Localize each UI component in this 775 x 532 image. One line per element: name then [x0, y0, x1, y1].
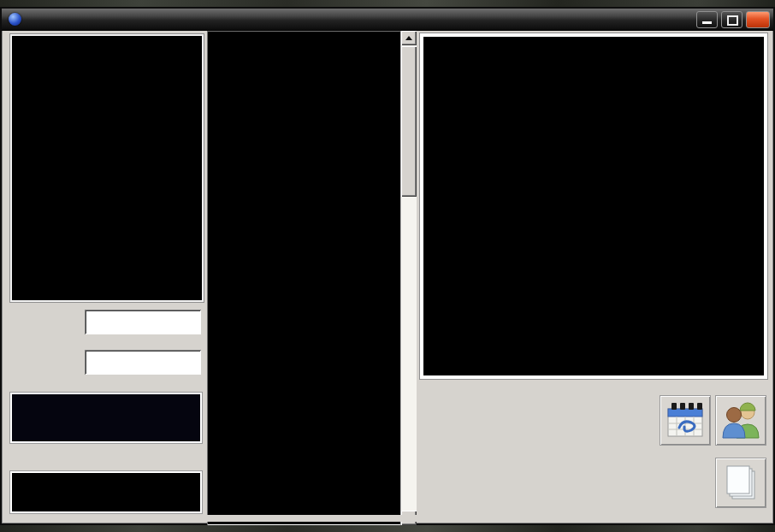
calendar-button[interactable]: [660, 395, 711, 446]
window-controls: [696, 11, 770, 28]
minute-hand: [589, 50, 598, 206]
close-button[interactable]: [746, 11, 770, 28]
registered-time-panel: [10, 471, 202, 513]
desktop-bottom-strip: [0, 525, 775, 532]
clave-input[interactable]: [85, 350, 201, 375]
clock-card: [419, 33, 768, 380]
codigo-input[interactable]: [85, 310, 201, 334]
pages-icon: [722, 464, 760, 502]
minimize-button[interactable]: [696, 11, 718, 28]
log-list: [210, 34, 399, 522]
checador-window: [0, 7, 775, 525]
maximize-icon: [727, 15, 738, 26]
users-icon: [721, 402, 760, 440]
users-button[interactable]: [715, 395, 766, 446]
status-message-box: [10, 34, 204, 302]
scrollbar-thumb[interactable]: [401, 46, 417, 197]
screen: [0, 0, 775, 532]
window-bottom-edge: [3, 515, 772, 522]
minimize-icon: [702, 21, 712, 24]
desktop-top-strip: [0, 0, 775, 7]
log-panel: [207, 31, 417, 525]
title-bar[interactable]: [2, 9, 773, 31]
entrada-panel: [10, 393, 202, 443]
clock-center-knob: [586, 197, 601, 212]
clock-backdrop: [423, 37, 764, 375]
maximize-button[interactable]: [721, 11, 742, 28]
calendar-icon: [666, 402, 705, 440]
pages-button[interactable]: [715, 458, 766, 508]
clock-face: [423, 37, 764, 375]
up-arrow-icon: [405, 36, 412, 40]
scrollbar-up-button[interactable]: [401, 31, 417, 45]
app-icon: [9, 13, 21, 26]
log-scrollbar[interactable]: [400, 31, 417, 525]
